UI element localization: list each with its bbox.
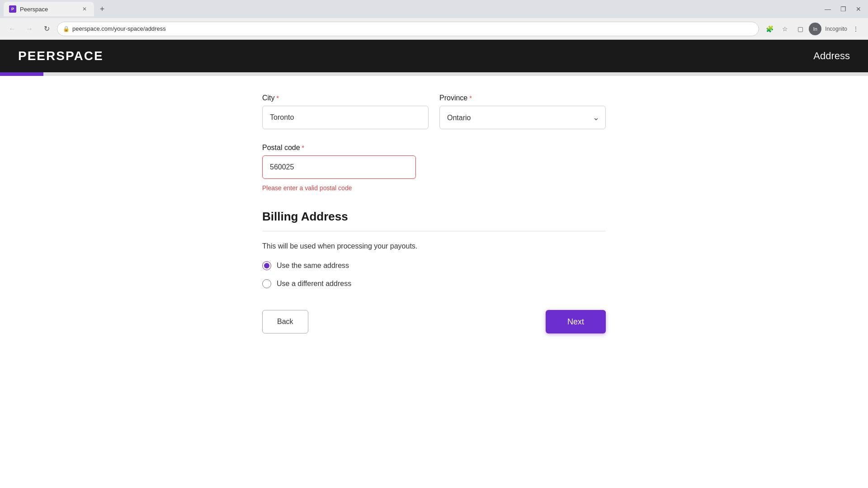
refresh-button[interactable]: ↻ xyxy=(40,22,53,36)
tab-title: Peerspace xyxy=(20,6,48,13)
postal-code-row: Postal code * Please enter a valid posta… xyxy=(262,144,416,192)
next-button[interactable]: Next xyxy=(546,310,606,333)
billing-radio-group: Use the same address Use a different add… xyxy=(262,261,606,288)
browser-toolbar: ← → ↻ 🔒 peerspace.com/your-space/address… xyxy=(0,18,868,40)
browser-titlebar: P Peerspace ✕ + — ❐ ✕ xyxy=(0,0,868,18)
bookmarks-button[interactable]: ☆ xyxy=(778,22,792,36)
progress-bar-fill xyxy=(0,72,43,76)
browser-tab[interactable]: P Peerspace ✕ xyxy=(4,2,94,16)
city-required-star: * xyxy=(277,94,279,102)
city-group: City * xyxy=(262,94,429,129)
toolbar-actions: 🧩 ☆ ▢ In Incognito ⋮ xyxy=(763,22,863,36)
close-button[interactable]: ✕ xyxy=(853,3,864,15)
postal-code-input[interactable] xyxy=(262,155,416,179)
main-content: City * Province * Ontario British Columb… xyxy=(253,76,615,352)
tab-favicon: P xyxy=(9,5,16,13)
button-row: Back Next xyxy=(262,310,606,333)
province-group: Province * Ontario British Columbia Albe… xyxy=(439,94,606,129)
back-nav-button[interactable]: ← xyxy=(5,22,19,36)
province-select[interactable]: Ontario British Columbia Alberta Quebec … xyxy=(439,106,606,129)
province-label: Province * xyxy=(439,94,606,102)
different-address-option[interactable]: Use a different address xyxy=(262,279,606,288)
profile-button[interactable]: In xyxy=(809,23,821,35)
same-address-radio[interactable] xyxy=(262,261,271,270)
address-bar[interactable]: 🔒 peerspace.com/your-space/address xyxy=(57,22,759,36)
province-select-wrapper: Ontario British Columbia Alberta Quebec … xyxy=(439,106,606,129)
lock-icon: 🔒 xyxy=(63,26,70,32)
new-tab-button[interactable]: + xyxy=(96,3,108,15)
postal-code-label: Postal code * xyxy=(262,144,416,152)
province-required-star: * xyxy=(469,94,472,102)
form-scroll-area[interactable]: City * Province * Ontario British Columb… xyxy=(0,76,868,488)
window-button[interactable]: ▢ xyxy=(793,22,807,36)
logo: PEERSPACE xyxy=(18,49,104,63)
section-divider xyxy=(262,231,606,231)
postal-code-error-text: Please enter a valid postal code xyxy=(262,184,416,192)
maximize-button[interactable]: ❐ xyxy=(837,3,849,15)
city-input[interactable] xyxy=(262,106,429,129)
app-header: PEERSPACE Address xyxy=(0,40,868,72)
billing-section: Billing Address This will be used when p… xyxy=(262,210,606,288)
forward-nav-button[interactable]: → xyxy=(23,22,36,36)
city-label: City * xyxy=(262,94,429,102)
window-controls: — ❐ ✕ xyxy=(822,3,864,15)
url-text: peerspace.com/your-space/address xyxy=(72,25,166,32)
billing-section-title: Billing Address xyxy=(262,210,606,224)
back-button[interactable]: Back xyxy=(262,310,308,333)
city-province-row: City * Province * Ontario British Columb… xyxy=(262,94,606,129)
minimize-button[interactable]: — xyxy=(822,3,834,15)
billing-description: This will be used when processing your p… xyxy=(262,242,606,250)
more-button[interactable]: ⋮ xyxy=(849,22,863,36)
extensions-button[interactable]: 🧩 xyxy=(763,22,776,36)
page-content: PEERSPACE Address City * Province xyxy=(0,40,868,488)
tab-close-button[interactable]: ✕ xyxy=(80,5,89,13)
different-address-radio[interactable] xyxy=(262,279,271,288)
same-address-label: Use the same address xyxy=(277,262,349,270)
progress-bar-container xyxy=(0,72,868,76)
postal-code-group: Postal code * Please enter a valid posta… xyxy=(262,144,416,192)
same-address-option[interactable]: Use the same address xyxy=(262,261,606,270)
different-address-label: Use a different address xyxy=(277,280,351,288)
incognito-label: Incognito xyxy=(825,26,847,32)
header-title: Address xyxy=(813,50,850,62)
postal-code-required-star: * xyxy=(302,144,304,151)
